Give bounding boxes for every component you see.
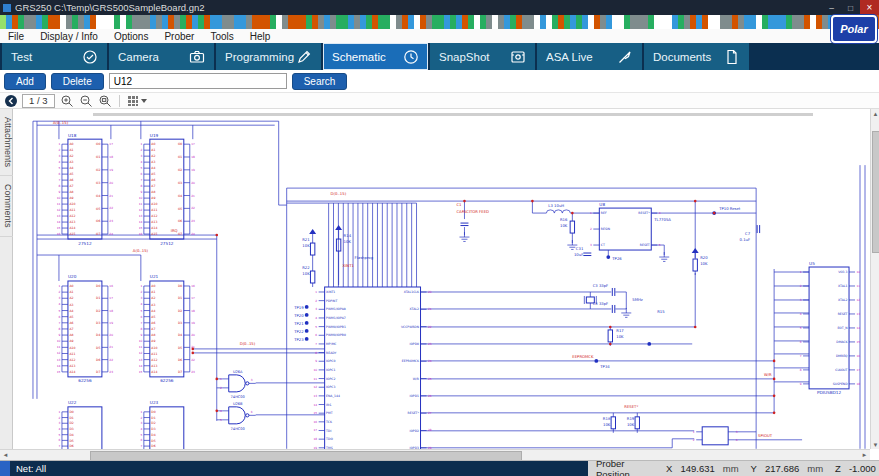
schematic-text: 8 — [315, 351, 317, 355]
tab-snapshot[interactable]: SnapShot — [430, 43, 535, 70]
page-indicator[interactable]: 1 / 3 — [22, 94, 55, 108]
schematic-text: A2 — [69, 296, 73, 300]
schematic-text: 8 — [141, 327, 143, 331]
junction-dot — [713, 212, 716, 215]
search-input[interactable] — [109, 73, 287, 89]
schematic-text: 6 — [59, 438, 61, 442]
vertical-scroll-thumb[interactable] — [872, 131, 879, 253]
vertical-scrollbar[interactable]: ▲ ▼ — [870, 109, 879, 449]
schematic-text: O4 — [178, 194, 182, 198]
close-button[interactable] — [860, 0, 879, 15]
schematic-text: A11 — [69, 352, 75, 356]
top-scrollbar[interactable] — [93, 113, 813, 116]
schematic-text: 3 — [141, 296, 143, 300]
schematic-text: R17 — [616, 328, 624, 333]
add-button[interactable]: Add — [4, 73, 46, 90]
schematic-text: 6 — [141, 438, 143, 442]
schematic-text: A6 — [151, 321, 155, 325]
tab-asa-live[interactable]: ASA Live — [537, 43, 642, 70]
schematic-text: A12 — [69, 358, 75, 362]
schematic-text: D6 — [151, 444, 155, 448]
schematic-text: A2 — [69, 154, 73, 158]
zoom-in-icon[interactable] — [60, 94, 74, 108]
schematic-text: 4 — [141, 160, 143, 164]
schematic-text: 2 — [141, 148, 143, 152]
delete-button[interactable]: Delete — [51, 73, 104, 90]
schematic-text: VO3.3 — [838, 270, 847, 274]
schematic-text: D6 — [69, 444, 73, 448]
schematic-text: 15 — [313, 411, 317, 415]
maximize-button[interactable] — [841, 0, 860, 15]
schematic-text: 24 — [109, 232, 113, 236]
schematic-text: A2 — [151, 154, 155, 158]
schematic-text: 1 — [220, 377, 222, 381]
horizontal-scrollbar[interactable]: ◄ ► — [0, 449, 870, 460]
schematic-text: O6 — [96, 219, 100, 223]
schematic-text: READY — [326, 351, 336, 355]
back-button[interactable] — [5, 95, 17, 107]
display-grid-dropdown[interactable] — [127, 94, 147, 108]
tab-documents[interactable]: Documents — [644, 43, 749, 70]
schematic-text: A7 — [69, 327, 73, 331]
net-status: Net: All — [10, 461, 588, 476]
schematic-text: 4 — [736, 438, 738, 442]
schematic-text: A4 — [151, 309, 155, 313]
tab-programming[interactable]: Programming — [216, 43, 321, 70]
net-status-text: Net: All — [16, 463, 46, 474]
schematic-text: 21 — [191, 194, 195, 198]
schematic-text: D4 — [151, 433, 155, 437]
minimize-button[interactable] — [822, 0, 841, 15]
menu-display-info[interactable]: Display / Info — [32, 29, 106, 43]
scroll-right-arrow[interactable]: ► — [859, 450, 870, 460]
junction-dot — [463, 200, 466, 203]
viewer-toolbar: 1 / 3 — [0, 93, 879, 109]
tab-schematic[interactable]: Schematic — [323, 43, 428, 70]
search-button[interactable]: Search — [292, 73, 348, 90]
schematic-text: 5 — [800, 326, 802, 330]
scroll-down-arrow[interactable]: ▼ — [871, 440, 879, 449]
schematic-text: 14 — [57, 220, 61, 224]
menu-options[interactable]: Options — [106, 29, 156, 43]
schematic-text: U8 — [599, 202, 605, 207]
schematic-text: A11 — [151, 352, 157, 356]
schematic-text: 2 — [141, 416, 143, 420]
schematic-text: TP10 Reset — [718, 206, 741, 211]
tab-camera[interactable]: Camera — [109, 43, 214, 70]
schematic-text: 11 — [57, 202, 61, 206]
menu-file[interactable]: File — [0, 29, 32, 43]
schematic-text: R14 — [344, 233, 352, 238]
schematic-text: XTAL1 — [838, 284, 848, 288]
schematic-text: 2 — [59, 290, 61, 294]
schematic-canvas[interactable]: U1827512A01A12A23A34A45A56A67A78A89A910A… — [13, 109, 870, 449]
menu-tools[interactable]: Tools — [202, 29, 241, 43]
schematic-text: 9 — [800, 382, 802, 386]
schematic-text: 74HC00 — [231, 395, 246, 399]
junction-dot — [191, 348, 194, 351]
schematic-text: 12 — [857, 298, 861, 302]
scroll-left-arrow[interactable]: ◄ — [0, 450, 11, 460]
schematic-text: XTAL1CLK — [404, 290, 420, 294]
menu-prober[interactable]: Prober — [156, 29, 202, 43]
schematic-text: A12 — [69, 214, 75, 218]
schematic-text: 11 — [857, 284, 861, 288]
side-tab-attachments[interactable]: Attachments — [0, 109, 13, 176]
menu-help[interactable]: Help — [242, 29, 279, 43]
snapshot-icon — [510, 49, 526, 65]
schematic-text: A11 — [69, 208, 75, 212]
tab-label: Programming — [225, 51, 294, 63]
schematic-text: 19 — [109, 168, 113, 172]
schematic-text: TP22 — [293, 329, 304, 334]
zoom-window-icon[interactable] — [98, 94, 112, 108]
schematic-text: 2 — [220, 386, 222, 390]
schematic-text: TP26 — [611, 256, 622, 261]
side-tab-comments[interactable]: Comments — [0, 176, 13, 237]
zoom-out-icon[interactable] — [79, 94, 93, 108]
tab-label: SnapShot — [439, 51, 490, 63]
axis-value: 149.631 — [680, 463, 714, 474]
schematic-text: U18 — [68, 133, 77, 138]
junction-dot — [694, 200, 697, 203]
scroll-up-arrow[interactable]: ▲ — [871, 109, 879, 118]
tab-test[interactable]: Test — [2, 43, 107, 70]
schematic-text: 10K — [616, 334, 624, 339]
schematic-text: Flashprog — [355, 255, 374, 260]
